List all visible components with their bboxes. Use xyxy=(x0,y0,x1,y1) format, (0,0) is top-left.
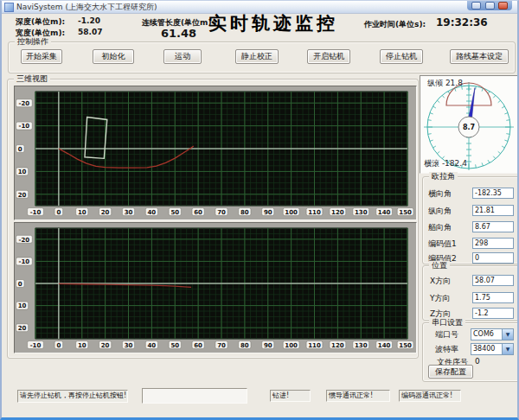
svg-text:80: 80 xyxy=(240,342,249,349)
file-index-value: 0 xyxy=(475,357,480,366)
static-correction-button[interactable]: 静止校正 xyxy=(235,49,279,64)
depth-value: -1.20 xyxy=(78,16,100,25)
port-value: COM6 xyxy=(473,330,494,338)
svg-text:20: 20 xyxy=(18,325,27,332)
x-direction-field[interactable]: 58.07 xyxy=(472,275,514,286)
serial-group-label: 串口设置 xyxy=(429,318,465,328)
position-group-label: 位置 xyxy=(429,261,450,270)
baud-value: 38400 xyxy=(473,345,495,353)
status-input[interactable] xyxy=(142,388,247,404)
pitch-value: 21.8 xyxy=(445,79,463,87)
plan-view-chart-canvas: -100102030405060708090100110120130140150… xyxy=(15,223,414,351)
encoder1-field[interactable]: 298 xyxy=(472,238,514,249)
app-icon xyxy=(4,3,14,12)
lateral-angle-label: 横向角 xyxy=(428,188,452,200)
svg-text:10: 10 xyxy=(78,209,86,216)
svg-text:120: 120 xyxy=(331,342,344,349)
minimize-button[interactable] xyxy=(471,2,481,10)
motion-button[interactable]: 运动 xyxy=(163,49,202,64)
svg-text:120: 120 xyxy=(331,209,344,216)
port-combo[interactable]: COM6 ▼ xyxy=(471,328,514,340)
svg-text:-10: -10 xyxy=(30,209,42,216)
svg-text:90: 90 xyxy=(264,209,272,216)
page-title: 实时轨迹监控 xyxy=(204,11,343,35)
svg-text:40: 40 xyxy=(148,209,157,216)
svg-text:-10: -10 xyxy=(19,123,30,130)
svg-text:8.7: 8.7 xyxy=(463,124,475,131)
save-config-button[interactable]: 保存配置 xyxy=(428,365,473,379)
baud-label: 波特率 xyxy=(435,344,458,355)
serial-group: 串口设置 端口号 COM6 ▼ 波特率 38400 ▼ 文件序号 0 保存配置 xyxy=(422,322,519,382)
heading-angle-field[interactable]: 8.67 xyxy=(472,221,514,232)
lateral-angle-field[interactable]: -182.35 xyxy=(472,188,514,199)
svg-text:40: 40 xyxy=(148,342,157,349)
stop-drill-button[interactable]: 停止钻机 xyxy=(380,49,423,64)
svg-text:-20: -20 xyxy=(19,100,30,107)
svg-text:50: 50 xyxy=(170,342,179,349)
svg-text:150: 150 xyxy=(399,342,412,349)
side-view-chart: -100102030405060708090100110120130140150… xyxy=(14,86,417,220)
side-view-chart-canvas: -100102030405060708090100110120130140150… xyxy=(15,86,414,218)
svg-text:0: 0 xyxy=(56,209,61,216)
svg-text:-10: -10 xyxy=(30,342,42,349)
svg-text:-10: -10 xyxy=(19,258,30,265)
port-label: 端口号 xyxy=(435,329,458,340)
view3d-group-label: 三维视图 xyxy=(14,74,50,84)
chevron-down-icon[interactable]: ▼ xyxy=(502,344,513,354)
svg-text:0: 0 xyxy=(18,146,22,153)
svg-text:-20: -20 xyxy=(19,237,30,244)
encoder-status: 编码器通讯正常! xyxy=(399,390,461,402)
svg-text:70: 70 xyxy=(217,209,226,216)
longitudinal-angle-field[interactable]: 21.81 xyxy=(472,205,514,216)
svg-text:80: 80 xyxy=(240,209,249,216)
route-settings-button[interactable]: 路线基本设定 xyxy=(450,49,509,64)
attitude-compass: 8.7 纵倾 21.8 横滚 -182.4 xyxy=(420,75,519,174)
pitch-readout: 纵倾 21.8 xyxy=(427,78,463,89)
start-collect-button[interactable]: 开始采集 xyxy=(21,49,62,64)
svg-text:0: 0 xyxy=(56,342,61,349)
euler-group-label: 欧拉角 xyxy=(429,172,458,181)
z-direction-field[interactable]: -1.2 xyxy=(472,308,514,319)
app-window: NaviSystem (上海交大水下工程研究所) 深度(单位m): -1.20 … xyxy=(0,0,519,420)
work-time-label: 作业时间(单位s): xyxy=(364,19,426,30)
window-controls xyxy=(467,1,512,10)
svg-text:20: 20 xyxy=(101,342,110,349)
y-direction-label: Y方向 xyxy=(430,293,451,304)
roll-value: -182.4 xyxy=(442,159,467,168)
chevron-down-icon[interactable]: ▼ xyxy=(502,329,513,340)
svg-text:10: 10 xyxy=(78,342,86,349)
svg-text:30: 30 xyxy=(125,342,133,349)
start-drill-button[interactable]: 开启钻机 xyxy=(307,49,350,64)
svg-text:20: 20 xyxy=(18,192,27,199)
svg-text:100: 100 xyxy=(285,342,298,349)
svg-text:10: 10 xyxy=(18,302,27,309)
longitudinal-angle-label: 纵向角 xyxy=(428,206,452,217)
init-button[interactable]: 初始化 xyxy=(93,49,134,64)
roll-readout: 横滚 -182.4 xyxy=(424,158,467,169)
svg-text:30: 30 xyxy=(125,209,133,216)
svg-text:100: 100 xyxy=(285,209,298,216)
close-button[interactable] xyxy=(498,2,508,10)
svg-text:130: 130 xyxy=(355,342,368,349)
maximize-button[interactable] xyxy=(485,2,495,10)
stop-drill-hint: 请先停止钻机，再按停止钻机按钮! xyxy=(17,390,128,403)
heading-angle-label: 艏向角 xyxy=(428,222,452,233)
svg-text:140: 140 xyxy=(378,342,391,349)
svg-text:60: 60 xyxy=(194,342,202,349)
plan-view-chart: -100102030405060708090100110120130140150… xyxy=(14,222,417,353)
roll-label: 横滚 xyxy=(424,159,439,168)
pipe-length-value: 61.48 xyxy=(161,27,196,40)
baud-combo[interactable]: 38400 ▼ xyxy=(471,343,514,355)
window-title: NaviSystem (上海交大水下工程研究所) xyxy=(16,2,157,13)
y-direction-field[interactable]: 1.75 xyxy=(472,292,514,303)
ins-status: 惯导通讯正常! xyxy=(326,390,390,402)
x-direction-label: X方向 xyxy=(430,276,451,287)
svg-text:60: 60 xyxy=(194,209,202,216)
svg-text:10: 10 xyxy=(18,169,27,175)
depth-label: 深度(单位m): xyxy=(16,16,65,28)
svg-text:90: 90 xyxy=(264,342,272,349)
encoder2-field[interactable]: 0 xyxy=(472,252,514,264)
euler-group: 欧拉角 横向角 -182.35 纵向角 21.81 艏向角 8.67 编码值1 … xyxy=(422,176,519,264)
svg-text:110: 110 xyxy=(308,209,321,216)
compass-dial: 8.7 xyxy=(420,76,517,171)
